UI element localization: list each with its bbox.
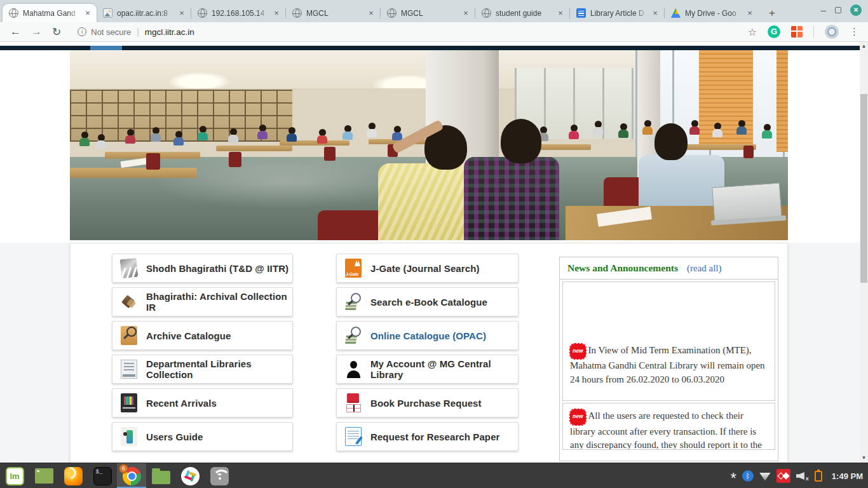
photo-person-head <box>501 119 541 163</box>
slack-tray-icon[interactable]: * <box>731 475 736 482</box>
book-purchase-icon <box>345 393 362 412</box>
departmental-icon <box>121 360 137 379</box>
url-divider: | <box>137 27 139 37</box>
link-label: Users Guide <box>146 431 203 442</box>
link-label: Online Catalogue (OPAC) <box>370 330 486 341</box>
image-favicon <box>103 8 112 18</box>
minimize-button[interactable]: – <box>821 7 826 13</box>
tab-close-icon[interactable]: × <box>271 8 281 18</box>
url-text[interactable]: mgcl.iitr.ac.in <box>145 27 194 37</box>
tab-title: MGCL <box>401 9 458 18</box>
link-label: Book Purchase Request <box>370 398 482 409</box>
scroll-up-arrow[interactable]: ▲ <box>860 42 868 51</box>
link-users-guide[interactable]: Users Guide <box>112 422 293 451</box>
tab-title: opac.iitr.ac.in:8 <box>117 9 174 18</box>
link-label: Recent Arrivals <box>146 398 217 409</box>
forward-button[interactable]: → <box>31 25 42 38</box>
new-badge: new <box>570 344 586 360</box>
battery-icon[interactable] <box>815 471 822 482</box>
tab-close-icon[interactable]: × <box>83 8 93 18</box>
link-label: Bhagirathi: Archival Collection IR <box>146 291 292 313</box>
link-jgate[interactable]: J-Gate J-Gate (Journal Search) <box>336 254 519 283</box>
link-my-account[interactable]: My Account @ MG Central Library <box>336 355 519 384</box>
account-icon <box>345 360 362 379</box>
tab-mahatma-gandhi-library[interactable]: Mahatma Gand × <box>3 4 97 22</box>
files-launcher[interactable] <box>146 463 175 488</box>
tab-title: student guide <box>496 9 553 18</box>
tab-close-icon[interactable]: × <box>177 8 187 18</box>
bluetooth-icon[interactable]: ᛒ <box>742 470 754 482</box>
scrollbar-thumb[interactable] <box>860 94 867 283</box>
link-departmental-libraries[interactable]: Departmental Libraries Collection <box>112 355 293 384</box>
grammarly-extension-icon[interactable]: G <box>768 25 780 38</box>
tab-close-icon[interactable]: × <box>366 8 376 18</box>
news-item: newIn View of Mid Term Examination (MTE)… <box>562 281 775 401</box>
network-tool-launcher[interactable] <box>205 463 234 488</box>
reload-button[interactable]: ↻ <box>52 25 61 39</box>
tab-close-icon[interactable]: × <box>461 8 471 18</box>
read-all-link[interactable]: (read all) <box>687 263 722 274</box>
extension-icon[interactable] <box>791 26 803 37</box>
bookmark-star-icon[interactable]: ☆ <box>748 26 757 38</box>
globe-favicon <box>198 8 207 18</box>
anydesk-icon[interactable] <box>776 469 790 483</box>
tab-close-icon[interactable]: × <box>745 8 755 18</box>
link-opac[interactable]: Online Catalogue (OPAC) <box>336 321 519 350</box>
content-panel: Shodh Bhagirathi (T&D @ IITR) Bhagirathi… <box>70 243 788 463</box>
volume-muted-icon[interactable]: x <box>796 470 809 482</box>
profile-avatar[interactable] <box>825 25 839 39</box>
news-header: News and Announcements (read all) <box>560 257 778 280</box>
terminal-launcher[interactable]: $_ <box>88 463 117 488</box>
chrome-window-button[interactable]: 6 <box>117 463 146 488</box>
thesis-book-icon <box>120 258 139 279</box>
photo-laptop <box>712 182 782 221</box>
tab-ip-address[interactable]: 192.168.105.14 × <box>191 4 285 22</box>
link-research-paper[interactable]: Request for Research Paper <box>336 422 519 451</box>
globe-favicon <box>9 8 18 18</box>
security-label: Not secure <box>91 27 131 37</box>
link-archive-catalogue[interactable]: Archive Catalogue <box>112 321 293 350</box>
page-scrollbar[interactable]: ▲ ▼ <box>860 42 868 463</box>
slack-launcher[interactable] <box>175 463 205 488</box>
news-panel: News and Announcements (read all) newIn … <box>559 257 778 461</box>
link-shodh-bhagirathi[interactable]: Shodh Bhagirathi (T&D @ IITR) <box>112 254 293 283</box>
opac-search-icon <box>345 326 362 345</box>
globe-favicon <box>482 8 491 18</box>
tab-mgcl-2[interactable]: MGCL × <box>381 4 475 22</box>
link-recent-arrivals[interactable]: Recent Arrivals <box>112 388 293 417</box>
news-title: News and Announcements <box>567 262 678 274</box>
tab-close-icon[interactable]: × <box>555 8 566 18</box>
close-button[interactable]: ✕ <box>850 4 862 16</box>
show-desktop-button[interactable] <box>29 463 58 488</box>
page-info-icon[interactable]: i <box>78 27 86 36</box>
tab-my-drive[interactable]: My Drive - Goo × <box>665 4 759 22</box>
scroll-down-arrow[interactable]: ▼ <box>860 454 868 463</box>
link-book-purchase[interactable]: Book Purchase Request <box>336 388 519 417</box>
link-bhagirathi-archival[interactable]: Bhagirathi: Archival Collection IR <box>112 287 293 316</box>
chrome-window-count-badge: 6 <box>119 464 128 473</box>
photo-chair <box>318 210 384 240</box>
taskbar-clock: 1:49 PM <box>832 471 863 481</box>
tab-mgcl-1[interactable]: MGCL × <box>286 4 380 22</box>
new-tab-button[interactable]: + <box>763 6 782 21</box>
window-controls: – ✕ <box>821 4 862 16</box>
back-button[interactable]: ← <box>10 25 21 38</box>
tab-close-icon[interactable]: × <box>650 8 660 18</box>
tab-student-guide[interactable]: student guide × <box>475 4 569 22</box>
menu-mint-button[interactable]: lm <box>0 463 29 488</box>
tab-opac[interactable]: opac.iitr.ac.in:8 × <box>97 4 191 22</box>
magnifier-glass <box>351 327 361 337</box>
archive-search-icon <box>121 326 137 345</box>
link-ebook-catalogue[interactable]: Search e-Book Catalogue <box>336 287 519 316</box>
firefox-launcher[interactable] <box>58 463 88 488</box>
tab-library-article[interactable]: Library Article D × <box>570 4 664 22</box>
browser-frame: Mahatma Gand × opac.iitr.ac.in:8 × 192.1… <box>0 0 868 22</box>
photo-person-yellow-shirt <box>378 163 477 240</box>
photo-person-head <box>654 123 688 160</box>
browser-menu-icon[interactable]: ⋮ <box>850 26 859 37</box>
site-navbar-strip <box>0 46 860 50</box>
restore-button[interactable] <box>835 7 841 13</box>
wifi-status-icon[interactable] <box>759 473 771 481</box>
link-label: J-Gate (Journal Search) <box>370 263 480 274</box>
archival-icon <box>121 292 137 311</box>
